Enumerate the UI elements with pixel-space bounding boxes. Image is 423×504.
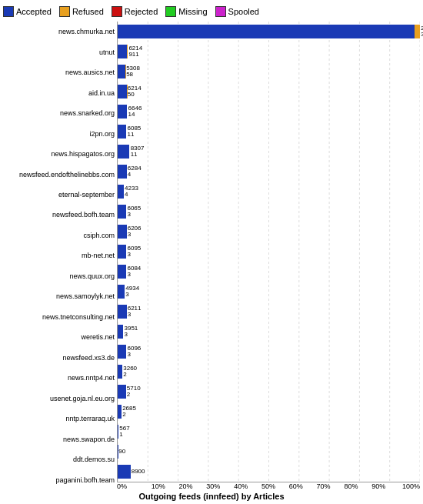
y-label: usenet.goja.nl.eu.org (3, 388, 117, 408)
bar-row: 2075623918 (118, 22, 420, 42)
bar-segment-accepted (118, 305, 127, 319)
legend-color-missing (165, 6, 176, 17)
y-label: ddt.demos.su (3, 449, 117, 469)
bar-inner (118, 265, 420, 279)
x-axis-title: Outgoing feeds (innfeed) by Articles (3, 492, 420, 501)
bar-value-label: 57102 (127, 386, 141, 398)
x-tick: 30% (199, 482, 227, 490)
bar-row: 62063 (118, 222, 420, 242)
y-label: news.chmurka.net (3, 22, 117, 42)
bar-segment-accepted (118, 65, 125, 78)
bar-inner (118, 145, 420, 159)
bar-value-label: 62844 (128, 165, 142, 178)
bar-inner (118, 125, 420, 139)
bar-inner (118, 85, 420, 98)
x-tick: 40% (227, 482, 255, 490)
bar-row: 664614 (118, 102, 420, 122)
bar-inner (118, 245, 420, 259)
bar-segment-accepted (118, 205, 126, 219)
legend-item-spooled: Spooled (215, 6, 259, 17)
legend: AcceptedRefusedRejectedMissingSpooled (3, 6, 420, 17)
legend-item-missing: Missing (165, 6, 207, 17)
bar-row: 530858 (118, 62, 420, 82)
bar-row: 60953 (118, 242, 420, 262)
bar-inner (118, 225, 420, 239)
bar-segment-refused (415, 25, 420, 38)
bar-value-label: 530858 (126, 65, 140, 78)
bar-row: 62113 (118, 302, 420, 322)
bar-segment-accepted (118, 45, 127, 58)
bar-inner (118, 45, 420, 58)
bar-segment-accepted (118, 125, 126, 139)
bar-value-label: 621450 (128, 85, 142, 98)
bar-row: 5671 (118, 422, 420, 442)
bar-segment-accepted (118, 425, 118, 439)
y-label: nntp.terraraq.uk (3, 409, 117, 429)
bar-row: 49343 (118, 282, 420, 302)
legend-color-rejected (112, 6, 122, 17)
bar-inner (118, 425, 420, 439)
bar-value-label: 26852 (122, 406, 136, 418)
x-tick: 20% (172, 482, 200, 490)
y-label: news.samoylyk.net (3, 286, 117, 306)
bar-value-label: 39513 (125, 325, 138, 338)
bar-value-label: 49343 (125, 285, 139, 298)
bar-segment-accepted (118, 85, 127, 98)
bar-segment-accepted (118, 185, 124, 199)
bar-inner (118, 325, 420, 339)
bar-segment-refused (127, 45, 128, 58)
bar-row: 32602 (118, 362, 420, 382)
bar-inner (118, 345, 420, 359)
y-label: paganini.bofh.team (3, 469, 117, 489)
x-tick: 10% (145, 482, 172, 490)
bar-row: 62844 (118, 162, 420, 182)
bar-value-label: 6214911 (128, 45, 142, 58)
bar-row: 608511 (118, 122, 420, 142)
x-axis: 0%10%20%30%40%50%60%70%80%90%100% (117, 482, 420, 490)
bar-inner (118, 105, 420, 118)
y-label: newsfeed.bofh.team (3, 205, 117, 225)
bar-row: 90 (118, 442, 420, 462)
legend-label-refused: Refused (72, 7, 104, 16)
bar-segment-accepted (118, 165, 127, 179)
bar-segment-accepted (118, 265, 126, 279)
legend-label-accepted: Accepted (16, 7, 52, 16)
y-labels: news.chmurka.netutnutnews.ausics.netaid.… (3, 22, 117, 490)
bar-value-label: 62063 (128, 225, 142, 238)
bar-segment-accepted (118, 145, 129, 159)
bar-inner (118, 65, 420, 78)
bar-segment-accepted (118, 385, 126, 399)
y-label: i2pn.org (3, 123, 117, 143)
bar-inner (118, 385, 420, 399)
bar-segment-accepted (118, 245, 126, 259)
y-label: csiph.com (3, 225, 117, 245)
legend-color-accepted (3, 6, 14, 17)
bar-value-label: 830711 (131, 145, 145, 158)
bar-segment-accepted (118, 225, 127, 239)
bar-segment-accepted (118, 345, 126, 359)
bar-value-label: 42334 (125, 185, 138, 198)
bar-value-label: 32602 (123, 365, 137, 378)
x-tick: 70% (310, 482, 338, 490)
x-tick: 60% (282, 482, 310, 490)
chart-container: AcceptedRefusedRejectedMissingSpooled ne… (0, 0, 423, 504)
legend-color-refused (59, 6, 70, 17)
bar-inner (118, 365, 420, 379)
y-label: utnut (3, 42, 117, 62)
bar-value-label: 62113 (128, 305, 142, 318)
bar-inner (118, 185, 420, 199)
legend-item-rejected: Rejected (112, 6, 158, 17)
bar-inner (118, 305, 420, 319)
bar-row: 830711 (118, 142, 420, 162)
bar-row: 26852 (118, 402, 420, 422)
y-label: weretis.net (3, 327, 117, 347)
y-label: newsfeed.endofthelinebbs.com (3, 164, 117, 184)
bar-segment-accepted (118, 465, 131, 479)
bar-row: 42334 (118, 182, 420, 202)
bar-segment-accepted (118, 105, 127, 118)
y-label: news.nntp4.net (3, 368, 117, 388)
legend-color-spooled (215, 6, 226, 17)
bar-row: 6214911 (118, 42, 420, 62)
bar-inner (118, 205, 420, 219)
bar-segment-accepted (118, 285, 125, 299)
